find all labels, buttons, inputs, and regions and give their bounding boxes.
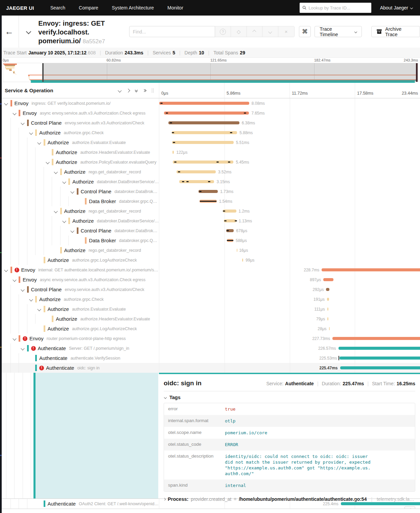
find-focus-button[interactable]: ◇: [231, 26, 247, 37]
span-expand-chevron-icon[interactable]: [71, 229, 74, 233]
span-expand-chevron-icon[interactable]: [13, 111, 16, 115]
expand-one-icon[interactable]: [126, 89, 130, 92]
span-row[interactable]: Data Brokerdatabroker.grpc.Query1.54ms: [0, 196, 420, 206]
span-row[interactable]: Authorizedatabroker.DataBrokerService/Qu…: [0, 216, 420, 226]
nav-item-compare[interactable]: Compare: [79, 5, 98, 10]
span-duration-bar[interactable]: [224, 219, 236, 222]
find-help-button[interactable]: ?: [215, 26, 231, 37]
span-expand-chevron-icon[interactable]: [62, 180, 66, 184]
span-row[interactable]: Authenticateauthenticate.VerifySession22…: [0, 353, 420, 363]
find-box[interactable]: [129, 26, 215, 37]
span-duration-bar[interactable]: [340, 357, 420, 360]
span-duration-bar[interactable]: [326, 288, 329, 291]
selected-span-fill[interactable]: [36, 373, 158, 498]
span-duration-bar[interactable]: [199, 190, 218, 193]
span-duration-bar[interactable]: [242, 259, 243, 262]
span-duration-bar[interactable]: [223, 210, 236, 213]
span-row[interactable]: !Envoyrouter pomerium-control-plane-http…: [0, 334, 420, 343]
span-row[interactable]: Authorizeauthorize.grpc.Check191μs: [0, 294, 420, 304]
span-expand-chevron-icon[interactable]: [21, 346, 25, 350]
collapse-one-icon[interactable]: [118, 89, 121, 92]
find-prev-button[interactable]: [247, 26, 263, 37]
span-row[interactable]: Control Planeenvoy.service.auth.v3.Autho…: [0, 118, 420, 128]
span-row[interactable]: Control Planeenvoy.service.auth.v3.Autho…: [0, 285, 420, 294]
back-button[interactable]: ←: [0, 16, 19, 48]
span-expand-chevron-icon[interactable]: [62, 219, 66, 223]
span-duration-bar[interactable]: [341, 502, 420, 505]
span-row[interactable]: AuthenticateOAuth2 Client: GET /.well-kn…: [0, 499, 420, 509]
column-resizer[interactable]: [152, 88, 154, 93]
span-duration-bar[interactable]: [329, 327, 330, 330]
span-row[interactable]: Authorizeauthorize.grpc.LogAuthorizeChec…: [0, 324, 420, 334]
find-next-button[interactable]: [262, 26, 278, 37]
span-row[interactable]: Envoyingress: GET verify.localhost.pomer…: [0, 98, 420, 108]
span-row[interactable]: Envoyasync envoy.service.auth.v3.Authori…: [0, 108, 420, 118]
trace-view-dropdown[interactable]: Trace Timeline: [314, 26, 362, 37]
span-expand-chevron-icon[interactable]: [54, 170, 58, 174]
tag-row[interactable]: otel.status_codeERROR: [164, 439, 415, 450]
span-expand-chevron-icon[interactable]: [29, 297, 33, 301]
span-row[interactable]: !Authenticateoidc: sign in225.47ms: [0, 363, 420, 373]
nav-item-system-architecture[interactable]: System Architecture: [112, 5, 154, 10]
span-expand-chevron-icon[interactable]: [71, 190, 74, 193]
span-row[interactable]: Data Brokerdatabroker.grpc.Query588μs: [0, 236, 420, 245]
minimap-overlay[interactable]: [43, 63, 418, 82]
span-expand-chevron-icon[interactable]: [29, 131, 33, 135]
span-row[interactable]: Authorizeauthorize.grpc.Check5.88ms: [0, 128, 420, 138]
span-row[interactable]: !Envoyinternal: GET authenticate.localho…: [0, 265, 420, 275]
span-row[interactable]: Authorizerego.get_databroker_record1.2ms: [0, 206, 420, 216]
span-row[interactable]: Envoyasync envoy.service.auth.v3.Authori…: [0, 275, 420, 285]
span-expand-chevron-icon[interactable]: [38, 307, 41, 311]
tag-row[interactable]: internal.span.formatotlp: [164, 415, 415, 427]
span-duration-bar[interactable]: [177, 170, 216, 173]
span-duration-bar[interactable]: [339, 347, 420, 350]
span-duration-bar[interactable]: [327, 308, 329, 311]
span-row[interactable]: Authorizeauthorize.HeadersEvaluator.Eval…: [0, 147, 420, 157]
tags-section-toggle[interactable]: Tags: [164, 395, 415, 400]
span-duration-bar[interactable]: [237, 249, 237, 252]
span-expand-chevron-icon[interactable]: [13, 278, 16, 282]
span-expand-chevron-icon[interactable]: [13, 337, 16, 340]
span-row[interactable]: Authorizeauthorize.HeadersEvaluator.Eval…: [0, 314, 420, 324]
span-row[interactable]: !AuthenticateServer: GET /.pomerium/sign…: [0, 343, 420, 353]
trace-minimap[interactable]: 0μs60.82ms121.65ms182.47ms243.3ms: [0, 58, 420, 83]
trace-lookup-box[interactable]: [300, 3, 371, 13]
span-expand-chevron-icon[interactable]: [21, 121, 25, 125]
span-duration-bar[interactable]: [332, 337, 420, 340]
span-row[interactable]: Authorizeauthorize.grpc.LogAuthorizeChec…: [0, 255, 420, 265]
nav-item-search[interactable]: Search: [50, 5, 65, 10]
tag-row[interactable]: otel.scope.namepomerium.io/core: [164, 427, 415, 439]
minimap-canvas[interactable]: [3, 63, 418, 82]
span-expand-chevron-icon[interactable]: [4, 101, 8, 105]
span-row[interactable]: Authorizerego.get_databroker_record16μs: [0, 245, 420, 255]
nav-item-monitor[interactable]: Monitor: [167, 5, 183, 10]
span-duration-bar[interactable]: [159, 102, 249, 105]
find-clear-button[interactable]: ×: [278, 26, 294, 37]
trace-lookup-input[interactable]: [308, 5, 368, 10]
span-duration-bar[interactable]: [327, 317, 328, 320]
span-expand-chevron-icon[interactable]: [38, 141, 41, 144]
span-duration-bar[interactable]: [172, 141, 233, 144]
span-row[interactable]: Control Planedatabroker.DataBrokerSer...…: [0, 187, 420, 196]
span-duration-bar[interactable]: [164, 112, 249, 115]
tag-row[interactable]: span.kindinternal: [164, 480, 415, 491]
span-duration-bar[interactable]: [322, 268, 420, 271]
span-duration-bar[interactable]: [340, 366, 420, 369]
find-input[interactable]: [133, 29, 211, 34]
span-duration-bar[interactable]: [227, 239, 233, 242]
span-duration-bar[interactable]: [168, 121, 239, 124]
span-row[interactable]: Authorizedatabroker.DataBrokerService/Qu…: [0, 177, 420, 187]
expand-all-icon[interactable]: [143, 90, 146, 92]
span-duration-bar[interactable]: [200, 200, 217, 203]
span-duration-bar[interactable]: [172, 151, 174, 154]
minimap-drag-handle[interactable]: [42, 63, 44, 82]
span-row[interactable]: Control Planedatabroker.DataBrokerSer...…: [0, 226, 420, 236]
span-duration-bar[interactable]: [327, 298, 329, 301]
span-row[interactable]: Authorizeauthorize.PolicyEvaluator.evalu…: [0, 157, 420, 167]
tag-row[interactable]: errortrue: [164, 403, 415, 415]
span-row[interactable]: Authorizeauthorize.Evaluator.Evaluate111…: [0, 304, 420, 314]
span-expand-chevron-icon[interactable]: [54, 209, 58, 213]
span-duration-bar[interactable]: [173, 161, 233, 164]
span-row[interactable]: Authorizeauthorize.Evaluator.Evaluate5.5…: [0, 138, 420, 147]
span-duration-bar[interactable]: [226, 229, 234, 232]
